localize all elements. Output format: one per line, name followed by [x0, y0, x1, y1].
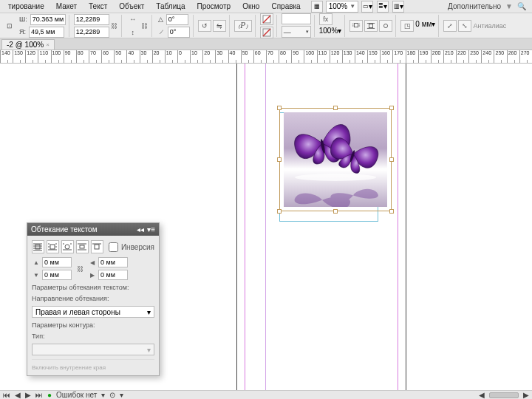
preflight-status-icon[interactable]: ● [47, 391, 52, 399]
wrap-bbox-button[interactable] [47, 240, 59, 253]
panel-menu-icon[interactable]: ▾≡ [147, 225, 155, 233]
screen-mode-icon[interactable]: ▦ [311, 1, 323, 13]
width-field[interactable] [74, 14, 109, 25]
handle-s[interactable] [333, 209, 338, 214]
ruler-tick: 120 [25, 50, 38, 64]
wrap-shape-tb-icon[interactable] [379, 20, 392, 32]
shear-field[interactable] [168, 27, 190, 38]
stroke-style-combo[interactable]: —▾ [282, 26, 311, 38]
x-label: Ш: [18, 16, 29, 23]
ruler-tick: 190 [418, 50, 431, 64]
hscroll-left-icon[interactable]: ◀ [479, 391, 485, 399]
y-field[interactable] [29, 27, 64, 38]
offset-top-field[interactable] [42, 257, 72, 267]
menu-layout[interactable]: Макет [51, 1, 82, 12]
fx-icon[interactable]: fx [319, 13, 332, 25]
menu-view[interactable]: Просмотр [192, 1, 236, 12]
ruler-tick: 140 [355, 50, 367, 64]
ruler-tick: 220 [456, 50, 468, 64]
offset-left-field[interactable] [98, 257, 128, 267]
menu-text[interactable]: Текст [83, 1, 112, 12]
opacity-combo[interactable]: 100%▾ [319, 27, 342, 38]
link-wh-icon[interactable]: ⛓ [111, 22, 118, 30]
corner-size-combo[interactable]: 0 мм▾ [415, 20, 435, 31]
invert-checkbox[interactable] [109, 242, 118, 252]
y-label: Я: [18, 28, 27, 35]
zoom-combo[interactable]: 100%▼ [326, 1, 359, 13]
frame-border [279, 108, 392, 211]
rotate-field[interactable] [166, 14, 188, 25]
contour-type-combo[interactable]: ▾ [32, 344, 154, 355]
search-icon[interactable]: 🔍 [514, 2, 529, 10]
wrap-none-tb-icon[interactable] [349, 20, 363, 32]
handle-sw[interactable] [277, 209, 282, 214]
link-scale-icon[interactable]: ⛓ [141, 22, 149, 30]
corner-options-icon[interactable]: ◳ [400, 20, 414, 32]
handle-n[interactable] [333, 106, 338, 110]
arrange-icon[interactable]: ≣▾ [377, 1, 389, 13]
ruler-tick: 60 [101, 50, 114, 64]
canvas[interactable]: Обтекание текстом ◂◂▾≡ Инверсия ▲ ▼ ⛓ ◀ [0, 64, 532, 390]
ruler-tick: 110 [317, 50, 330, 64]
contour-params-label: Параметры контура: [32, 321, 154, 329]
extras-label[interactable]: Дополнительно [445, 2, 504, 10]
wrap-jump-column-button[interactable] [91, 240, 103, 253]
hscroll-thumb[interactable] [489, 392, 519, 398]
svg-line-3 [263, 29, 270, 36]
menu-help[interactable]: Справка [266, 1, 305, 12]
ruler-tick: 80 [76, 50, 89, 64]
ruler-tick: 100 [304, 50, 316, 64]
fit-frame-icon[interactable]: ⤡ [458, 20, 471, 32]
fill-swatch[interactable] [260, 13, 273, 25]
handle-e[interactable] [389, 157, 394, 162]
scale-y-icon[interactable]: ↕ [126, 27, 140, 38]
char-panel-icon[interactable]: ₍P₎ [234, 20, 252, 32]
page-nav-prev-icon[interactable]: ◀ [15, 391, 21, 399]
offset-right-icon: ▶ [88, 270, 97, 279]
page-nav-last-icon[interactable]: ⏭ [35, 391, 43, 399]
handle-se[interactable] [389, 209, 394, 214]
ruler-tick: 120 [330, 50, 342, 64]
wrap-direction-combo[interactable]: Правая и левая стороны▾ [32, 306, 154, 318]
fit-content-icon[interactable]: ⤢ [443, 20, 457, 32]
menu-window[interactable]: Окно [237, 1, 265, 12]
wrap-shape-button[interactable] [61, 240, 74, 253]
offset-right-field[interactable] [98, 270, 128, 280]
close-tab-icon[interactable]: × [46, 41, 50, 48]
wrap-bbox-tb-icon[interactable] [364, 20, 378, 32]
offset-bottom-icon: ▼ [32, 270, 41, 279]
menu-table[interactable]: Таблица [151, 1, 190, 12]
status-menu-icon[interactable]: ⊙ [109, 391, 115, 399]
menu-edit[interactable]: тирование [3, 1, 50, 12]
reference-point-icon[interactable]: ⊡ [3, 20, 16, 32]
page-nav-next-icon[interactable]: ▶ [25, 391, 31, 399]
link-offsets-icon[interactable]: ⛓ [76, 265, 83, 273]
selected-image-frame[interactable] [279, 108, 392, 211]
panel-header[interactable]: Обтекание текстом ◂◂▾≡ [27, 223, 159, 236]
ruler-tick: 60 [253, 50, 266, 64]
text-wrap-panel[interactable]: Обтекание текстом ◂◂▾≡ Инверсия ▲ ▼ ⛓ ◀ [27, 222, 160, 376]
x-field[interactable] [30, 14, 66, 25]
menu-object[interactable]: Объект [114, 1, 149, 12]
ruler-tick: 50 [114, 50, 126, 64]
wrap-none-button[interactable] [32, 240, 44, 253]
scale-x-icon[interactable]: ↔ [126, 13, 140, 25]
wrap-jump-button[interactable] [76, 240, 89, 253]
hscroll-right-icon[interactable]: ▶ [523, 391, 529, 399]
rotate-ccw-icon[interactable]: ↺ [198, 20, 211, 32]
workspace-icon[interactable]: ▥▾ [392, 1, 404, 13]
panel-collapse-icon[interactable]: ◂◂ [137, 225, 144, 233]
page-nav-first-icon[interactable]: ⏮ [3, 391, 10, 399]
document-tab[interactable]: -2 @ 100%× [1, 39, 55, 50]
handle-w[interactable] [277, 157, 282, 162]
ruler-tick: 80 [279, 50, 291, 64]
offset-bottom-field[interactable] [42, 270, 72, 280]
stroke-swatch[interactable] [260, 27, 273, 38]
stroke-weight-field[interactable] [282, 13, 311, 24]
svg-rect-32 [80, 245, 84, 248]
view-options-icon[interactable]: ▭▾ [361, 1, 373, 13]
height-field[interactable] [74, 27, 109, 38]
handle-nw[interactable] [277, 106, 282, 110]
flip-h-icon[interactable]: ⇋ [213, 20, 226, 32]
handle-ne[interactable] [389, 106, 394, 110]
